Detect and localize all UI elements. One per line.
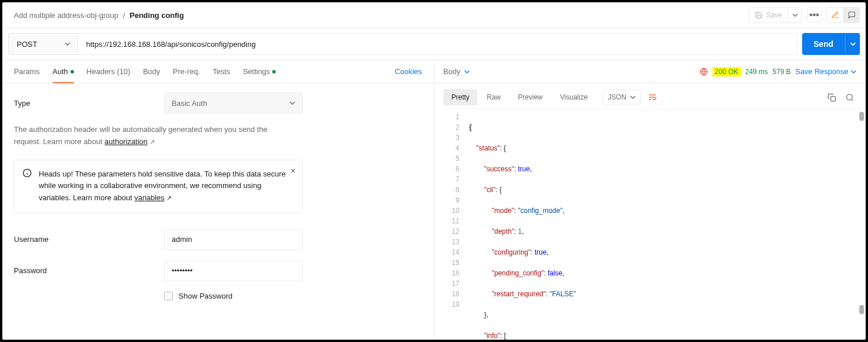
save-button[interactable]: Save: [749, 8, 788, 22]
password-label: Password: [14, 266, 164, 275]
info-icon: [23, 168, 32, 178]
breadcrumb-parent[interactable]: Add multiple address-obj-group: [14, 11, 118, 20]
view-raw[interactable]: Raw: [478, 89, 509, 105]
save-button-group: Save: [748, 7, 802, 23]
status-badge: 200 OK: [713, 67, 741, 76]
password-value: ••••••••: [172, 266, 192, 275]
auth-panel: Type Basic Auth The authorization header…: [2, 83, 433, 340]
url-bar: POST https://192.168.168.168/api/sonicos…: [2, 28, 866, 60]
auth-type-value: Basic Auth: [172, 99, 207, 108]
request-pane: Params Auth Headers (10) Body Pre-req. T…: [2, 60, 434, 340]
save-menu-button[interactable]: [788, 8, 802, 23]
method-select[interactable]: POST: [8, 33, 77, 55]
method-value: POST: [17, 40, 37, 49]
auth-type-select[interactable]: Basic Auth: [164, 93, 303, 113]
type-label: Type: [14, 99, 164, 108]
response-time: 249 ms: [745, 68, 768, 76]
save-icon: [755, 11, 763, 19]
line-gutter: 1 2 3 4 5 6 7 8 9 10 11 12 13 14 15 16 1: [443, 109, 466, 340]
dot-indicator: [272, 70, 276, 73]
scrollbar[interactable]: [858, 109, 866, 340]
wrap-lines-icon[interactable]: [646, 90, 659, 104]
response-body[interactable]: 1 2 3 4 5 6 7 8 9 10 11 12 13 14 15 16 1: [443, 109, 866, 340]
response-pane: Body 200 OK 249 ms 579 B Save Response: [434, 60, 866, 340]
send-button[interactable]: Send: [802, 33, 845, 55]
breadcrumb-current: Pending config: [129, 11, 184, 20]
edit-icon[interactable]: [827, 8, 843, 23]
search-icon[interactable]: [845, 93, 854, 102]
code-content: { "status": { "success": true, "cli": { …: [466, 109, 866, 340]
external-link-icon: ↗: [150, 138, 155, 145]
username-input[interactable]: admin: [164, 229, 303, 250]
show-password-checkbox[interactable]: [164, 292, 173, 300]
auth-help-link[interactable]: authorization: [105, 137, 147, 146]
show-password-row[interactable]: Show Password: [164, 292, 422, 300]
external-link-icon: ↗: [166, 194, 172, 201]
view-preview[interactable]: Preview: [510, 89, 551, 105]
topbar-actions: Save •••: [748, 7, 860, 23]
scrollbar-thumb[interactable]: [859, 112, 864, 121]
show-password-label: Show Password: [179, 292, 232, 300]
tab-auth[interactable]: Auth: [53, 60, 74, 83]
breadcrumb: Add multiple address-obj-group / Pending…: [14, 11, 184, 20]
close-icon[interactable]: [290, 167, 296, 174]
tab-params[interactable]: Params: [14, 60, 40, 83]
format-select[interactable]: JSON: [603, 90, 641, 105]
breadcrumb-sep: /: [123, 11, 125, 20]
response-size: 579 B: [773, 68, 791, 76]
save-label: Save: [766, 11, 782, 19]
request-tabs: Params Auth Headers (10) Body Pre-req. T…: [2, 60, 433, 83]
panes: Params Auth Headers (10) Body Pre-req. T…: [2, 60, 866, 340]
tab-prereq[interactable]: Pre-req.: [173, 60, 200, 83]
more-actions-button[interactable]: •••: [807, 8, 822, 23]
svg-line-10: [851, 99, 853, 101]
auth-help-text: The authorization header will be automat…: [14, 124, 280, 148]
tab-settings[interactable]: Settings: [243, 60, 276, 83]
response-header: Body 200 OK 249 ms 579 B Save Response: [434, 60, 866, 83]
tab-headers[interactable]: Headers (10): [87, 60, 131, 83]
svg-point-9: [847, 94, 852, 100]
sensitive-data-alert: Heads up! These parameters hold sensitiv…: [14, 160, 303, 213]
username-value: admin: [172, 235, 192, 244]
view-pretty[interactable]: Pretty: [443, 89, 477, 105]
cookies-link[interactable]: Cookies: [395, 67, 422, 76]
app-window: Add multiple address-obj-group / Pending…: [2, 2, 866, 340]
url-input[interactable]: https://192.168.168.168/api/sonicos/conf…: [77, 33, 797, 55]
copy-icon[interactable]: [828, 93, 836, 102]
password-input[interactable]: ••••••••: [164, 260, 303, 281]
response-toolbar: Pretty Raw Preview Visualize JSON: [434, 83, 866, 109]
dot-indicator: [71, 70, 74, 73]
variables-link[interactable]: variables: [134, 193, 164, 202]
send-group: Send: [802, 33, 860, 55]
send-menu-button[interactable]: [845, 33, 860, 55]
svg-rect-8: [831, 96, 836, 101]
view-visualize[interactable]: Visualize: [552, 89, 596, 105]
network-icon[interactable]: [700, 68, 708, 76]
url-value: https://192.168.168.168/api/sonicos/conf…: [86, 40, 255, 49]
tab-body[interactable]: Body: [143, 60, 160, 83]
scrollbar-thumb[interactable]: [859, 305, 864, 314]
save-response-button[interactable]: Save Response: [795, 67, 856, 76]
response-body-dropdown[interactable]: Body: [443, 67, 470, 76]
tab-tests[interactable]: Tests: [213, 60, 230, 83]
topbar: Add multiple address-obj-group / Pending…: [2, 2, 866, 28]
username-label: Username: [14, 235, 164, 244]
inspect-group: [826, 7, 860, 23]
comment-icon[interactable]: [843, 8, 859, 23]
